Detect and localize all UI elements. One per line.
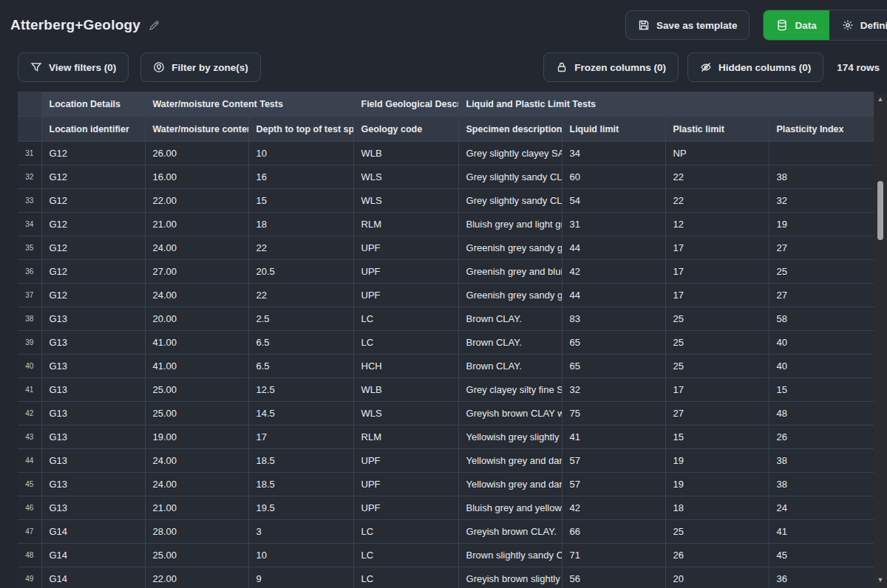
row-number[interactable]: 38 <box>18 307 41 331</box>
cell[interactable]: Brown slightly sandy CLAY <box>458 544 562 567</box>
cell[interactable]: LC <box>353 307 458 331</box>
cell[interactable]: 40 <box>769 355 874 378</box>
cell[interactable]: 41 <box>562 425 665 449</box>
scrollbar-thumb[interactable] <box>877 181 883 240</box>
cell[interactable]: 6.5 <box>248 331 353 355</box>
cell[interactable]: WLS <box>353 165 458 189</box>
cell[interactable]: 56 <box>562 567 665 588</box>
cell[interactable]: Greyish brown slightly sandy <box>458 567 562 588</box>
cell[interactable]: LC <box>353 567 458 588</box>
cell[interactable]: G14 <box>41 567 145 588</box>
cell[interactable]: 3 <box>248 520 353 544</box>
cell[interactable]: 24.00 <box>145 473 248 496</box>
cell[interactable]: 54 <box>562 189 665 213</box>
column-header[interactable]: Plasticity Index <box>769 117 874 142</box>
cell[interactable]: 22 <box>665 189 769 213</box>
cell[interactable]: G13 <box>41 496 145 520</box>
row-number[interactable]: 46 <box>18 496 41 520</box>
cell[interactable]: G13 <box>41 307 145 331</box>
cell[interactable]: 38 <box>769 473 874 496</box>
cell[interactable]: G14 <box>41 544 145 567</box>
tab-definition[interactable]: Definition <box>829 10 887 40</box>
cell[interactable]: Brown CLAY. <box>458 331 562 355</box>
column-header[interactable]: Plastic limit <box>665 117 769 142</box>
cell[interactable]: 15 <box>769 378 874 402</box>
cell[interactable]: 17 <box>665 236 769 260</box>
cell[interactable]: 42 <box>562 260 665 284</box>
cell[interactable]: 19 <box>769 213 874 236</box>
row-number[interactable]: 34 <box>18 213 41 236</box>
cell[interactable]: 75 <box>562 402 665 425</box>
cell[interactable]: UPF <box>353 260 458 284</box>
column-header[interactable]: Depth to top of test specimen <box>248 117 353 142</box>
cell[interactable]: 40 <box>769 331 874 355</box>
cell[interactable]: Greyish brown CLAY. <box>458 520 562 544</box>
cell[interactable]: 36 <box>769 567 874 588</box>
cell[interactable]: 32 <box>562 378 665 402</box>
cell[interactable]: WLS <box>353 402 458 425</box>
cell[interactable]: UPF <box>353 236 458 260</box>
cell[interactable]: 21.00 <box>145 213 248 236</box>
cell[interactable]: 25.00 <box>145 402 248 425</box>
cell[interactable]: G13 <box>41 473 145 496</box>
cell[interactable]: 18 <box>665 496 769 520</box>
frozen-columns-button[interactable]: Frozen columns (0) <box>543 52 679 82</box>
cell[interactable]: G12 <box>41 213 145 236</box>
cell[interactable]: 19.5 <box>248 496 353 520</box>
cell[interactable]: UPF <box>353 284 458 307</box>
cell[interactable]: G13 <box>41 425 145 449</box>
column-header[interactable]: Water/moisture content <box>145 117 248 142</box>
cell[interactable]: 19.00 <box>145 425 248 449</box>
cell[interactable]: 17 <box>665 284 769 307</box>
scroll-up-icon[interactable]: ▲ <box>877 94 884 104</box>
cell[interactable]: 19 <box>665 449 769 473</box>
cell[interactable]: 26 <box>769 425 874 449</box>
cell[interactable]: 19 <box>665 473 769 496</box>
cell[interactable]: 9 <box>248 567 353 588</box>
cell[interactable]: 26.00 <box>145 142 248 165</box>
cell[interactable]: 25.00 <box>145 544 248 567</box>
row-number[interactable]: 47 <box>18 520 41 544</box>
row-number[interactable]: 41 <box>18 378 41 402</box>
cell[interactable]: Bluish grey and light grey <box>458 213 562 236</box>
cell[interactable]: 18.5 <box>248 449 353 473</box>
cell[interactable]: 16.00 <box>145 165 248 189</box>
cell[interactable]: 60 <box>562 165 665 189</box>
cell[interactable]: Grey slightly sandy CLAY <box>458 165 562 189</box>
cell[interactable]: 25 <box>665 520 769 544</box>
row-number[interactable]: 37 <box>18 284 41 307</box>
cell[interactable]: 25 <box>769 260 874 284</box>
scroll-down-icon[interactable]: ▼ <box>877 575 884 585</box>
cell[interactable]: 25 <box>665 331 769 355</box>
cell[interactable]: 41.00 <box>145 355 248 378</box>
cell[interactable]: G12 <box>41 260 145 284</box>
cell[interactable]: 20 <box>665 567 769 588</box>
cell[interactable]: 27 <box>769 284 874 307</box>
cell[interactable]: 22.00 <box>145 567 248 588</box>
row-number[interactable]: 32 <box>18 165 41 189</box>
cell[interactable]: 57 <box>562 473 665 496</box>
cell[interactable]: RLM <box>353 213 458 236</box>
cell[interactable]: 24 <box>769 496 874 520</box>
cell[interactable]: 25.00 <box>145 378 248 402</box>
cell[interactable]: Yellowish grey and dark grey <box>458 449 562 473</box>
cell[interactable]: 20.00 <box>145 307 248 331</box>
row-number[interactable]: 43 <box>18 425 41 449</box>
cell[interactable]: 24.00 <box>145 236 248 260</box>
cell[interactable]: 15 <box>248 189 353 213</box>
cell[interactable]: Greyish brown CLAY with <box>458 402 562 425</box>
row-number[interactable]: 48 <box>18 544 41 567</box>
cell[interactable]: 17 <box>248 425 353 449</box>
column-header[interactable]: Location identifier <box>41 117 145 142</box>
cell[interactable]: HCH <box>353 355 458 378</box>
cell[interactable]: Greenish grey sandy gravel <box>458 284 562 307</box>
cell[interactable]: WLS <box>353 189 458 213</box>
cell[interactable]: UPF <box>353 473 458 496</box>
cell[interactable]: 20.5 <box>248 260 353 284</box>
cell[interactable]: WLB <box>353 142 458 165</box>
cell[interactable]: 38 <box>769 165 874 189</box>
row-number[interactable]: 42 <box>18 402 41 425</box>
cell[interactable]: Grey slightly sandy CLAY <box>458 189 562 213</box>
row-number[interactable]: 40 <box>18 355 41 378</box>
view-filters-button[interactable]: View filters (0) <box>18 52 129 82</box>
